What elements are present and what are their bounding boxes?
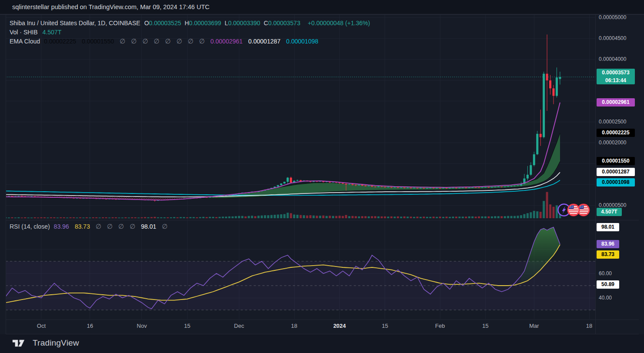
rsi-pane[interactable] bbox=[6, 227, 595, 310]
footer-bar: TradingView bbox=[0, 334, 644, 353]
candles bbox=[5, 34, 561, 201]
axis-label: 0.00005000 bbox=[599, 14, 626, 21]
ema-cloud-legend-row: EMA Cloud 0.000022250.00001550∅∅∅∅∅∅∅∅0.… bbox=[10, 37, 370, 46]
rsi-value: ∅ bbox=[118, 223, 124, 230]
ema-value: ∅ bbox=[154, 37, 159, 45]
tradingview-logo-icon bbox=[12, 339, 29, 348]
time-axis-label: 15 bbox=[473, 323, 499, 329]
axis-badge: 83.73 bbox=[597, 250, 619, 259]
ema-value: ∅ bbox=[176, 37, 182, 45]
rsi-values: 83.9683.73∅∅∅∅98.01∅ bbox=[54, 223, 174, 230]
ema-value: ∅ bbox=[165, 37, 171, 45]
main-chart[interactable] bbox=[0, 0, 644, 353]
axis-label: 0.00002500 bbox=[599, 118, 626, 125]
time-axis-label: 2024 bbox=[326, 323, 352, 329]
ema-cloud-band bbox=[197, 133, 560, 198]
axis-label: 0.00004500 bbox=[599, 35, 626, 42]
axis-badge: 0.00001550 bbox=[597, 157, 635, 165]
axis-badge: 0.0000357306:13:44 bbox=[597, 69, 635, 84]
ohlc-values: O0.00003525H0.00003699L0.00003390C0.0000… bbox=[144, 20, 304, 27]
time-axis-label: 18 bbox=[281, 323, 307, 329]
tradingview-logo-text: TradingView bbox=[33, 338, 79, 348]
ema-value: ∅ bbox=[131, 37, 137, 45]
axis-badge: 0.00002961 bbox=[597, 98, 635, 107]
rsi-value: 83.73 bbox=[75, 223, 90, 230]
time-axis-label: 15 bbox=[372, 323, 398, 329]
chart-marker-icons[interactable] bbox=[558, 204, 590, 216]
ema-value: ∅ bbox=[120, 37, 125, 45]
price-pane[interactable] bbox=[5, 34, 596, 218]
rsi-value: ∅ bbox=[130, 223, 135, 230]
ohlc-item: H0.00003699 bbox=[184, 20, 221, 27]
time-axis-label: Oct bbox=[28, 323, 54, 329]
time-axis-label: Nov bbox=[129, 323, 155, 329]
time-axis-label: 18 bbox=[576, 323, 602, 329]
time-axis-label: 16 bbox=[77, 323, 103, 329]
rsi-value: ∅ bbox=[96, 223, 101, 230]
ema-value: 0.00001550 bbox=[82, 38, 114, 45]
ohlc-item: C0.00003573 bbox=[264, 20, 300, 27]
rsi-value: ∅ bbox=[162, 223, 168, 230]
ema-line-purple bbox=[6, 103, 560, 200]
tradingview-chart-snapshot: sqlinterstellar published on TradingView… bbox=[0, 0, 644, 353]
symbol-legend: Shiba Inu / United States Dollar, 1D, CO… bbox=[10, 18, 370, 46]
rsi-value: 98.01 bbox=[141, 223, 156, 230]
axis-label: 0.00004000 bbox=[599, 56, 626, 63]
change-value: +0.00000048 (+1.36%) bbox=[308, 20, 370, 27]
axis-badge: 4.507T bbox=[597, 208, 622, 216]
ema-value: 0.00002961 bbox=[211, 38, 243, 45]
rsi-legend-row: RSI (14, close) 83.9683.73∅∅∅∅98.01∅ bbox=[10, 222, 173, 231]
ema-value: 0.00002225 bbox=[44, 38, 76, 45]
ema-value: 0.00001098 bbox=[286, 38, 319, 45]
volume-value: 4.507T bbox=[43, 29, 62, 36]
ema-value: ∅ bbox=[188, 37, 193, 45]
axis-badge: 50.89 bbox=[597, 280, 619, 289]
volume-label: Vol · SHIB bbox=[10, 29, 38, 36]
symbol-title: Shiba Inu / United States Dollar, 1D, CO… bbox=[10, 20, 140, 27]
ohlc-item: L0.00003390 bbox=[225, 20, 260, 27]
axis-label: 40.00 bbox=[599, 294, 612, 301]
rsi-value: ∅ bbox=[107, 223, 113, 230]
ema-value: ∅ bbox=[199, 37, 205, 45]
ema-cloud-label: EMA Cloud bbox=[10, 38, 40, 45]
time-axis-label: Dec bbox=[226, 323, 252, 329]
ema-value: 0.00001287 bbox=[248, 38, 281, 45]
us-flag-coin-icon-1[interactable] bbox=[568, 204, 579, 216]
rsi-value: 83.96 bbox=[54, 223, 69, 230]
time-axis-label: Mar bbox=[521, 323, 547, 329]
volume-legend-row: Vol · SHIB 4.507T bbox=[10, 27, 370, 37]
axis-badge: 0.00001098 bbox=[597, 178, 635, 186]
rsi-label: RSI (14, close) bbox=[10, 223, 50, 230]
symbol-title-row: Shiba Inu / United States Dollar, 1D, CO… bbox=[10, 18, 370, 27]
axis-badge: 98.01 bbox=[597, 223, 619, 231]
tradingview-logo[interactable]: TradingView bbox=[12, 338, 79, 348]
axis-badge: 0.00001287 bbox=[597, 168, 635, 176]
ema-cloud-values: 0.000022250.00001550∅∅∅∅∅∅∅∅0.000029610.… bbox=[44, 37, 324, 45]
axis-badge: 0.00002225 bbox=[597, 129, 635, 137]
time-axis-label: Feb bbox=[427, 323, 453, 329]
time-axis-label: 15 bbox=[174, 323, 200, 329]
axis-label: 0.00002000 bbox=[599, 139, 626, 146]
axis-badge: 83.96 bbox=[597, 240, 619, 248]
axis-label: 60.00 bbox=[599, 270, 612, 277]
ema-value: ∅ bbox=[142, 37, 148, 45]
ohlc-item: O0.00003525 bbox=[144, 20, 181, 27]
